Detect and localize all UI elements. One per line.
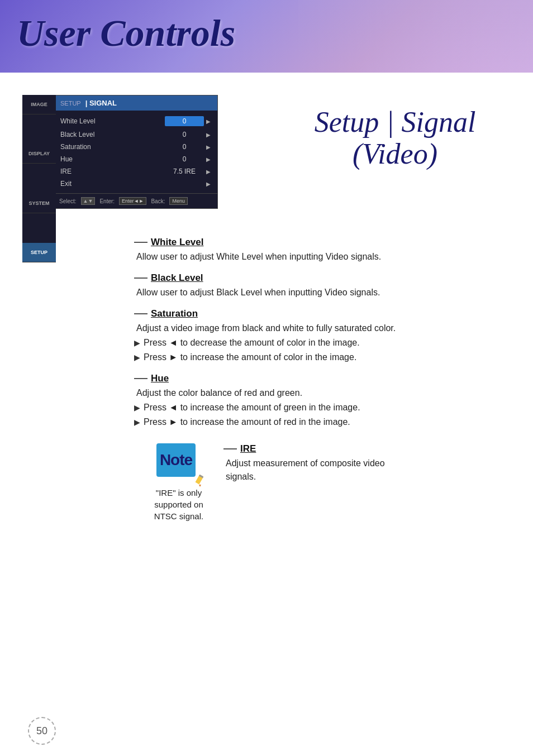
- osd-rows: White Level 0 ▶ Black Level 0 ▶ Saturati…: [54, 111, 217, 193]
- desc-body-hue: Adjust the color balance of red and gree…: [134, 386, 399, 400]
- osd-footer-enter-label: Enter:: [99, 198, 115, 204]
- note-icon: Note: [156, 443, 201, 482]
- osd-val-saturation: 0: [165, 143, 204, 151]
- page-number: 50: [28, 717, 56, 745]
- osd-row-exit[interactable]: Exit ▶: [54, 178, 217, 190]
- note-left: Note "IRE" is only supported on NTSC sig…: [134, 438, 223, 528]
- bullet-text-hue-1: Press ◄ to increase the amount of green …: [144, 401, 360, 414]
- osd-val-ire: 7.5 IRE: [165, 168, 204, 175]
- osd-menu: SETUP | SIGNAL White Level 0 ▶ Black Lev…: [53, 95, 218, 209]
- osd-val-black-level: 0: [165, 131, 204, 138]
- desc-bullet-hue-1: ▶ Press ◄ to increase the amount of gree…: [134, 401, 399, 414]
- osd-row-white-level[interactable]: White Level 0 ▶: [54, 114, 217, 128]
- desc-body-saturation: Adjust a video image from black and whit…: [134, 322, 399, 335]
- header: User Controls: [0, 0, 533, 73]
- osd-enter-btn[interactable]: Enter◄►: [119, 197, 146, 205]
- desc-item-hue: Hue Adjust the color balance of red and …: [134, 373, 399, 429]
- osd-row-black-level[interactable]: Black Level 0 ▶: [54, 128, 217, 141]
- osd-back-btn[interactable]: Menu: [169, 197, 188, 205]
- desc-bullet-saturation-2: ▶ Press ► to increase the amount of colo…: [134, 351, 399, 364]
- bullet-arrow-2: ▶: [134, 352, 140, 363]
- bullet-text-hue-2: Press ► to increase the amount of red in…: [144, 415, 350, 429]
- osd-label-white-level: White Level: [60, 117, 165, 125]
- nav-item-image[interactable]: IMAGE: [22, 95, 56, 114]
- description-section: White Level Allow user to adjust White L…: [0, 231, 533, 539]
- bullet-arrow-hue-1: ▶: [134, 402, 140, 414]
- osd-setup-label: SETUP: [60, 100, 81, 107]
- osd-arrow-ire: ▶: [206, 169, 211, 175]
- osd-footer: Select: ▲▼ Enter: Enter◄► Back: Menu: [54, 193, 217, 208]
- osd-signal-label: | SIGNAL: [85, 99, 117, 107]
- desc-bullet-saturation-1: ▶ Press ◄ to decrease the amount of colo…: [134, 336, 399, 350]
- sidebar-nav: IMAGE DISPLAY SYSTEM SETUP: [22, 95, 56, 262]
- bullet-text-saturation-2: Press ► to increase the amount of color …: [144, 351, 356, 364]
- osd-label-exit: Exit: [60, 180, 165, 188]
- osd-footer-select-label: Select:: [59, 198, 77, 204]
- note-right: IRE Adjust measurement of composite vide…: [223, 438, 399, 498]
- right-panel: Setup | Signal(Video): [257, 84, 533, 220]
- note-text: "IRE" is only supported on NTSC signal.: [145, 487, 212, 522]
- setup-signal-title: Setup | Signal(Video): [315, 106, 476, 170]
- desc-item-ire: IRE Adjust measurement of composite vide…: [223, 443, 399, 484]
- osd-row-hue[interactable]: Hue 0 ▶: [54, 153, 217, 165]
- svg-marker-1: [199, 485, 201, 487]
- nav-item-system[interactable]: SYSTEM: [22, 194, 56, 213]
- left-panel: IMAGE DISPLAY SYSTEM SETUP SETUP | SIGNA…: [0, 84, 257, 220]
- osd-container: IMAGE DISPLAY SYSTEM SETUP SETUP | SIGNA…: [22, 95, 190, 209]
- osd-label-black-level: Black Level: [60, 131, 165, 138]
- desc-bullet-hue-2: ▶ Press ► to increase the amount of red …: [134, 415, 399, 429]
- desc-heading-hue: Hue: [134, 373, 399, 384]
- desc-heading-black-level: Black Level: [134, 272, 399, 284]
- desc-item-saturation: Saturation Adjust a video image from bla…: [134, 308, 399, 364]
- desc-heading-white-level: White Level: [134, 237, 399, 248]
- nav-item-display[interactable]: DISPLAY: [22, 144, 56, 164]
- osd-select-btn[interactable]: ▲▼: [81, 197, 96, 205]
- osd-label-hue: Hue: [60, 155, 165, 163]
- osd-label-saturation: Saturation: [60, 143, 165, 151]
- osd-row-saturation[interactable]: Saturation 0 ▶: [54, 141, 217, 153]
- nav-item-setup[interactable]: SETUP: [22, 243, 56, 262]
- osd-arrow-white-level: ▶: [206, 118, 211, 125]
- desc-body-white-level: Allow user to adjust White Level when in…: [134, 250, 399, 264]
- osd-val-white-level: 0: [165, 116, 204, 126]
- desc-item-black-level: Black Level Allow user to adjust Black L…: [134, 272, 399, 299]
- bullet-arrow-1: ▶: [134, 337, 140, 349]
- desc-heading-saturation: Saturation: [134, 308, 399, 319]
- bullet-text-saturation-1: Press ◄ to decrease the amount of color …: [144, 336, 360, 350]
- desc-body-black-level: Allow user to adjust Black Level when in…: [134, 286, 399, 299]
- bullet-arrow-hue-2: ▶: [134, 417, 140, 428]
- main-content: IMAGE DISPLAY SYSTEM SETUP SETUP | SIGNA…: [0, 73, 533, 231]
- pencil-icon: [194, 475, 207, 487]
- note-section: Note "IRE" is only supported on NTSC sig…: [134, 438, 399, 528]
- osd-row-ire[interactable]: IRE 7.5 IRE ▶: [54, 165, 217, 178]
- page-title: User Controls: [17, 11, 235, 55]
- osd-label-ire: IRE: [60, 168, 165, 175]
- osd-val-hue: 0: [165, 155, 204, 163]
- osd-header: SETUP | SIGNAL: [54, 95, 217, 111]
- osd-arrow-black-level: ▶: [206, 132, 211, 138]
- header-decoration: [298, 0, 533, 73]
- osd-arrow-saturation: ▶: [206, 144, 211, 150]
- osd-arrow-exit: ▶: [206, 181, 211, 187]
- desc-body-ire: Adjust measurement of composite video si…: [223, 457, 399, 484]
- desc-heading-ire: IRE: [223, 443, 399, 454]
- osd-footer-back-label: Back:: [151, 198, 165, 204]
- desc-item-white-level: White Level Allow user to adjust White L…: [134, 237, 399, 264]
- note-icon-box: Note: [156, 443, 196, 477]
- note-word: Note: [160, 451, 192, 469]
- osd-arrow-hue: ▶: [206, 156, 211, 162]
